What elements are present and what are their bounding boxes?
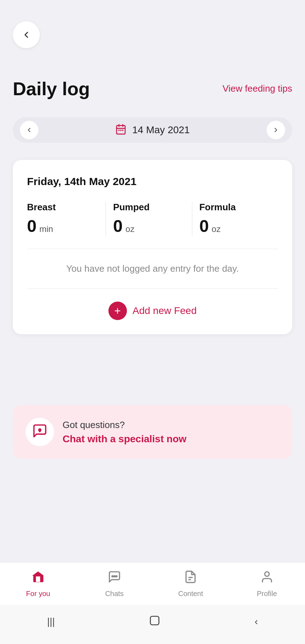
chats-icon	[108, 570, 121, 587]
system-bar: ||| ‹	[0, 605, 305, 644]
svg-point-12	[264, 572, 269, 576]
formula-stat: Formula 0 oz	[192, 202, 278, 236]
profile-icon	[260, 570, 274, 587]
next-date-button[interactable]	[267, 121, 285, 139]
chat-cta: Chat with a specialist now	[63, 433, 187, 445]
view-feeding-tips-link[interactable]: View feeding tips	[223, 83, 292, 95]
pumped-stat: Pumped 0 oz	[106, 202, 192, 236]
nav-item-for-you[interactable]: For you	[0, 570, 76, 598]
pumped-unit: oz	[125, 224, 134, 234]
recent-apps-button[interactable]: |||	[47, 616, 55, 627]
breast-stat: Breast 0 min	[27, 202, 106, 236]
back-button[interactable]	[13, 21, 40, 48]
stats-row: Breast 0 min Pumped 0 oz Formula 0 oz	[27, 202, 278, 249]
back-system-button[interactable]: ‹	[255, 616, 258, 627]
svg-point-8	[114, 575, 115, 577]
formula-value-row: 0 oz	[199, 216, 271, 236]
content-icon	[184, 570, 197, 587]
svg-rect-13	[150, 616, 159, 625]
nav-item-chats[interactable]: Chats	[76, 570, 153, 598]
home-system-button[interactable]	[149, 615, 160, 629]
page-title: Daily log	[13, 78, 90, 99]
heart-chat-icon	[32, 423, 48, 441]
svg-point-7	[112, 575, 113, 577]
current-date: 14 May 2021	[132, 124, 190, 136]
home-icon	[31, 570, 45, 587]
add-new-feed-button[interactable]: + Add new Feed	[27, 302, 278, 320]
date-center: 14 May 2021	[115, 124, 190, 136]
pumped-value: 0	[113, 216, 123, 236]
daily-log-card: Friday, 14th May 2021 Breast 0 min Pumpe…	[13, 160, 292, 334]
empty-log-message: You have not logged any entry for the da…	[27, 249, 278, 289]
bottom-navigation: For you Chats Content	[0, 562, 305, 605]
nav-label-for-you: For you	[26, 590, 50, 598]
formula-label: Formula	[199, 202, 271, 213]
prev-date-button[interactable]	[20, 121, 38, 139]
chat-icon-wrap	[26, 418, 54, 446]
card-full-date: Friday, 14th May 2021	[27, 175, 278, 188]
chat-text-col: Got questions? Chat with a specialist no…	[63, 420, 187, 445]
svg-point-9	[116, 575, 117, 577]
breast-label: Breast	[27, 202, 98, 213]
breast-unit: min	[39, 224, 53, 234]
pumped-label: Pumped	[113, 202, 184, 213]
nav-label-profile: Profile	[257, 590, 277, 598]
date-navigator: 14 May 2021	[13, 117, 292, 143]
nav-item-content[interactable]: Content	[152, 570, 229, 598]
pumped-value-row: 0 oz	[113, 216, 184, 236]
nav-item-profile[interactable]: Profile	[229, 570, 305, 598]
add-feed-label: Add new Feed	[133, 305, 197, 316]
calendar-icon	[115, 124, 127, 136]
breast-value: 0	[27, 216, 37, 236]
formula-value: 0	[199, 216, 209, 236]
nav-label-content: Content	[178, 590, 203, 598]
chat-specialist-banner[interactable]: Got questions? Chat with a specialist no…	[13, 405, 292, 459]
breast-value-row: 0 min	[27, 216, 98, 236]
add-feed-icon: +	[108, 302, 127, 320]
nav-label-chats: Chats	[105, 590, 124, 598]
formula-unit: oz	[212, 224, 220, 234]
chat-question: Got questions?	[63, 420, 187, 431]
header-row: Daily log View feeding tips	[13, 78, 292, 99]
